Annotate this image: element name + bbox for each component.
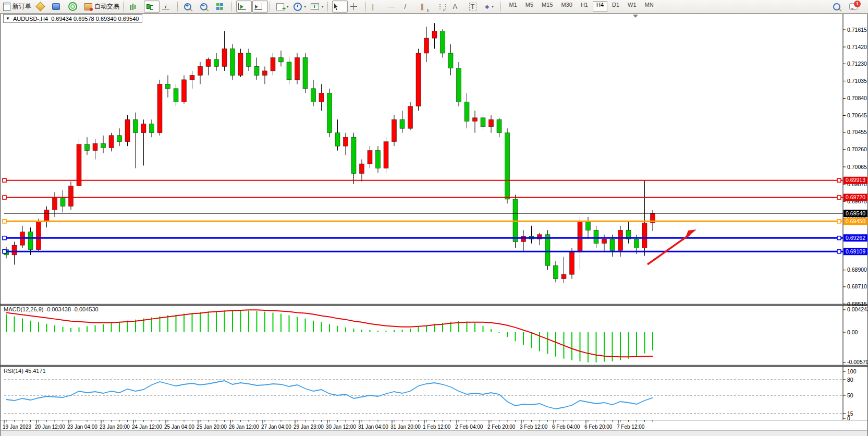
price-tick-label: 0.68710	[847, 283, 867, 289]
candle	[416, 53, 421, 106]
text-tool[interactable]: A	[451, 1, 467, 13]
macd-axis-label: 0.00	[847, 329, 858, 335]
time-axis-label: 27 Jan 04:00	[261, 424, 291, 430]
candle	[610, 239, 615, 250]
time-axis-label: 26 Jan 12:00	[229, 424, 259, 430]
rsi-panel: 1008050150	[4, 368, 857, 421]
auto-trading-button[interactable]: 自动交易	[82, 1, 121, 13]
cursor-icon	[334, 3, 339, 10]
time-axis-label: 23 Jan 20:00	[100, 424, 130, 430]
zoom-in-button[interactable]: +	[182, 1, 198, 13]
timeframe-button-m15[interactable]: M15	[538, 1, 556, 12]
text-label-tool[interactable]: T	[467, 1, 483, 13]
timeframe-button-h1[interactable]: H1	[577, 1, 592, 12]
trendline-tool[interactable]: /	[402, 1, 418, 13]
line-handle	[3, 236, 6, 240]
text-label-icon: T	[469, 3, 476, 10]
line-handle	[837, 196, 841, 199]
terminal-button[interactable]	[50, 1, 66, 13]
line-handle	[3, 178, 6, 182]
candle	[311, 89, 316, 102]
timeframe-bar: M1M5M15M30H1H4D1W1MN	[505, 1, 658, 12]
ohlc-values: 0.69434 0.69578 0.69340 0.69540	[51, 16, 139, 22]
toolbar-separator	[123, 2, 126, 12]
price-levels: 0.699130.697200.695400.694500.692620.691…	[3, 177, 867, 255]
chart-canvas[interactable]: 0.716150.714200.712300.710350.708400.706…	[0, 13, 868, 436]
clock-icon	[294, 3, 302, 11]
candlestick-chart-button[interactable]	[144, 1, 160, 13]
price-level-line-0.69262[interactable]: 0.69262	[3, 234, 867, 241]
search-icon	[833, 3, 840, 10]
price-level-line-0.69109[interactable]: 0.69109	[3, 248, 867, 255]
chart-title-box[interactable]: ▼ AUDUSD-,H4 0.69434 0.69578 0.69340 0.6…	[3, 14, 142, 23]
dropdown-arrow-icon: ▾	[304, 5, 307, 9]
channel-tool[interactable]: ∥E	[419, 1, 434, 13]
candle	[271, 57, 275, 70]
timeframe-button-h4[interactable]: H4	[593, 1, 607, 12]
candlestick-series	[4, 23, 655, 283]
cursor-tool-button[interactable]	[332, 1, 348, 13]
timeframe-button-d1[interactable]: D1	[608, 1, 623, 12]
time-axis-label: 31 Jan 04:00	[358, 424, 388, 430]
chart-shift-marker[interactable]	[633, 15, 638, 18]
collapse-triangle-icon: ▼	[6, 16, 10, 21]
price-level-line-0.69540[interactable]: 0.69540	[4, 210, 867, 217]
bar-chart-button[interactable]	[128, 1, 143, 13]
line-chart-button[interactable]	[160, 1, 176, 13]
candle	[60, 198, 65, 207]
chart-shift-button[interactable]	[236, 1, 252, 13]
periods-dropdown[interactable]: ▾	[291, 1, 309, 13]
new-order-button[interactable]: 新订单	[1, 1, 33, 13]
price-axis: 0.716150.714200.712300.710350.708400.706…	[843, 27, 867, 307]
horizontal-line-tool[interactable]: —	[386, 1, 402, 13]
candle	[77, 144, 81, 186]
toolbar: 新订单 自动交易 + − ▾ ▾ ▾ | — / ∥E ⋮⋮F A T	[0, 0, 868, 14]
auto-scroll-button[interactable]	[252, 1, 268, 13]
candle	[464, 102, 469, 121]
trend-arrow[interactable]	[647, 229, 696, 264]
indicators-dropdown[interactable]: ▾	[274, 1, 291, 13]
candle	[513, 199, 518, 241]
price-level-line-0.69720[interactable]: 0.69720	[3, 194, 867, 201]
time-axis-label: 25 Jan 04:00	[164, 424, 194, 430]
time-axis-label: 7 Feb 12:00	[617, 424, 645, 430]
price-badge-label: 0.69913	[846, 177, 865, 183]
notifications-button[interactable]: 1	[847, 1, 863, 13]
fibonacci-tool[interactable]: ⋮⋮F	[435, 1, 450, 13]
macd-panel: 0.0042430.00-0.005709	[6, 306, 868, 365]
timeframe-button-m30[interactable]: M30	[558, 1, 576, 12]
timeframe-button-mn[interactable]: MN	[641, 1, 657, 12]
dropdown-arrow-icon: ▾	[287, 5, 289, 9]
search-button[interactable]	[831, 1, 847, 13]
templates-dropdown[interactable]: ▾	[309, 1, 326, 13]
time-axis-label: 23 Jan 04:00	[67, 424, 97, 430]
candle	[602, 239, 607, 243]
price-level-line-0.69450[interactable]: 0.69450	[3, 217, 867, 225]
candle	[489, 119, 494, 127]
signals-button[interactable]	[66, 1, 82, 13]
candle	[53, 198, 57, 210]
channel-sub-label: E	[427, 8, 430, 12]
dropdown-arrow-icon: ▾	[492, 5, 494, 9]
shapes-dropdown[interactable]: ◆▾	[483, 1, 499, 13]
zoom-out-button[interactable]: −	[198, 1, 214, 13]
candlestick-icon	[146, 3, 153, 10]
price-level-line-0.69913[interactable]: 0.69913	[3, 177, 867, 184]
candle	[69, 186, 74, 206]
timeframe-button-w1[interactable]: W1	[624, 1, 640, 12]
timeframe-button-m5[interactable]: M5	[522, 1, 537, 12]
time-axis-label: 24 Jan 12:00	[132, 424, 162, 430]
timeframe-button-m1[interactable]: M1	[506, 1, 521, 12]
trendline-icon: /	[405, 3, 407, 10]
rsi-axis-label: 50	[847, 392, 853, 398]
time-axis-label: 3 Feb 12:00	[520, 424, 548, 430]
window-bottom-strip	[1, 430, 867, 436]
candle	[125, 119, 130, 141]
crosshair-tool-button[interactable]	[348, 1, 364, 13]
toolbar-separator	[231, 2, 235, 12]
vertical-line-tool[interactable]: |	[370, 1, 386, 13]
metaeditor-button[interactable]	[34, 1, 50, 13]
tile-windows-button[interactable]	[214, 1, 230, 13]
auto-trading-icon	[84, 3, 92, 10]
price-tick-label: 0.71615	[847, 27, 867, 33]
